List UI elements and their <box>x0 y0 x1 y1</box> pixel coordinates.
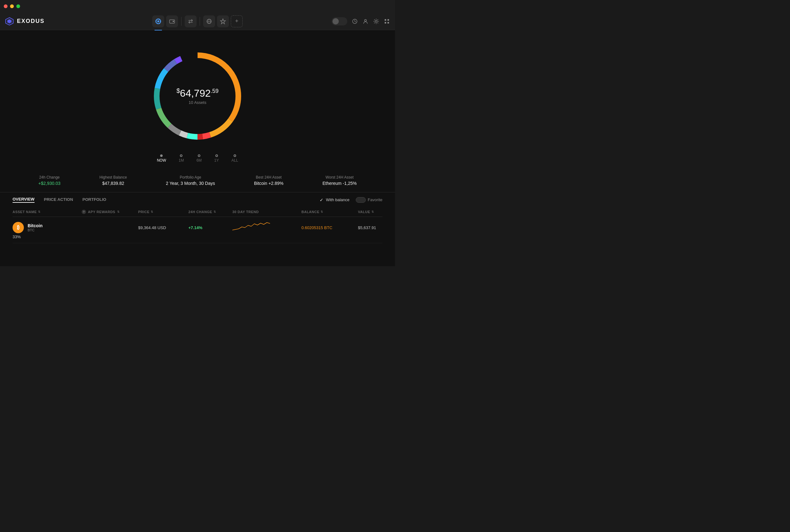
tab-portfolio[interactable]: PORTFOLIO <box>82 197 107 203</box>
th-30d-trend: 30 DAY TREND <box>232 210 301 214</box>
portfolio-value-center: $64,792.59 10 Assets <box>176 87 219 105</box>
stat-best-24h: Best 24H Asset Bitcoin +2.89% <box>254 175 284 186</box>
timeline: NOW 1M 6M 1Y ALL <box>132 154 263 163</box>
timeline-6m[interactable]: 6M <box>196 154 202 163</box>
lock-toggle[interactable] <box>332 17 347 25</box>
nav-exchange-button[interactable] <box>185 15 196 27</box>
help-icon: ? <box>82 210 86 214</box>
timeline-all[interactable]: ALL <box>231 154 238 163</box>
sort-icon-value: ⇅ <box>372 210 374 213</box>
portfolio-donut-chart: $64,792.59 10 Assets <box>144 43 251 149</box>
asset-name-cell: ₿ Bitcoin BTC <box>13 222 82 233</box>
svg-point-14 <box>375 20 377 22</box>
th-balance[interactable]: BALANCE ⇅ <box>301 210 358 214</box>
value-cell: $5,637.91 <box>358 225 395 230</box>
tabs-row: OVERVIEW PRICE ACTION PORTFOLIO ✓ With b… <box>0 192 395 207</box>
asset-table: ASSET NAME ⇅ ? APY REWARDS ⇅ PRICE ⇅ 24H… <box>0 207 395 243</box>
nav-portfolio-button[interactable] <box>152 15 164 27</box>
favorite-filter[interactable]: Favorite <box>356 197 382 203</box>
price-cell: $9,364.48 USD <box>138 225 188 230</box>
nav-center: + <box>152 15 243 27</box>
svg-rect-17 <box>384 22 386 23</box>
timeline-now[interactable]: NOW <box>157 154 166 163</box>
change-cell: +7.14% <box>188 225 232 230</box>
th-24h-change[interactable]: 24H CHANGE ⇅ <box>188 210 232 214</box>
app-name: EXODUS <box>17 18 44 24</box>
top-navigation: EXODUS <box>0 13 395 30</box>
svg-rect-7 <box>173 21 174 22</box>
timeline-1m[interactable]: 1M <box>178 154 184 163</box>
nav-divider-2 <box>200 17 200 26</box>
sort-icon-asset: ⇅ <box>38 210 41 213</box>
timeline-1y[interactable]: 1Y <box>214 154 219 163</box>
timeline-dot-now <box>160 154 163 157</box>
svg-point-13 <box>364 19 366 21</box>
titlebar <box>0 0 395 13</box>
timeline-dot-1y <box>215 154 218 157</box>
minimize-button[interactable] <box>10 4 14 8</box>
nav-right <box>332 17 390 25</box>
nav-browser-button[interactable] <box>203 15 215 27</box>
trend-cell <box>232 221 301 234</box>
favorite-toggle-box[interactable] <box>356 197 366 203</box>
sort-icon-balance: ⇅ <box>321 210 323 213</box>
with-balance-filter[interactable]: ✓ With balance <box>320 197 350 203</box>
timeline-dot-6m <box>198 154 200 157</box>
nav-divider <box>181 17 182 26</box>
close-button[interactable] <box>4 4 7 8</box>
portfolio-pct-cell: 33% <box>13 234 82 239</box>
svg-rect-15 <box>384 19 386 21</box>
stat-24h-change: 24h Change +$2,930.03 <box>38 175 60 186</box>
timeline-dot-all <box>233 154 236 157</box>
tab-price-action[interactable]: PRICE ACTION <box>44 197 73 203</box>
th-apy-rewards[interactable]: ? APY REWARDS ⇅ <box>82 210 138 214</box>
profile-button[interactable] <box>362 18 369 24</box>
th-price[interactable]: PRICE ⇅ <box>138 210 188 214</box>
exodus-logo-icon <box>5 17 14 26</box>
th-asset-name[interactable]: ASSET NAME ⇅ <box>13 210 82 214</box>
svg-rect-18 <box>388 22 389 23</box>
svg-point-4 <box>157 20 159 22</box>
svg-rect-16 <box>388 19 389 21</box>
portfolio-amount: $64,792.59 <box>176 87 219 99</box>
tabs-filters: ✓ With balance Favorite <box>320 197 382 203</box>
asset-info: Bitcoin BTC <box>27 223 42 232</box>
stat-portfolio-age: Portfolio Age 2 Year, 3 Month, 30 Days <box>166 175 215 186</box>
nav-add-button[interactable]: + <box>231 15 243 27</box>
settings-button[interactable] <box>373 18 379 24</box>
stat-highest-balance: Highest Balance $47,839.82 <box>99 175 127 186</box>
app-logo: EXODUS <box>5 17 44 26</box>
history-button[interactable] <box>352 18 358 24</box>
balance-cell: 0.60205315 BTC <box>301 225 358 230</box>
maximize-button[interactable] <box>16 4 20 8</box>
sort-icon-change: ⇅ <box>213 210 217 213</box>
bitcoin-icon: ₿ <box>13 222 24 233</box>
main-content: $64,792.59 10 Assets NOW 1M 6M 1Y <box>0 30 395 266</box>
svg-marker-11 <box>221 19 225 24</box>
trend-sparkline <box>232 221 270 233</box>
check-icon: ✓ <box>320 197 323 203</box>
lock-thumb <box>333 18 339 24</box>
portfolio-section: $64,792.59 10 Assets NOW 1M 6M 1Y <box>0 36 395 166</box>
nav-earn-button[interactable] <box>217 15 229 27</box>
nav-wallet-button[interactable] <box>166 15 178 27</box>
tab-overview[interactable]: OVERVIEW <box>13 197 35 203</box>
sort-icon-price: ⇅ <box>151 210 153 213</box>
apps-button[interactable] <box>384 18 390 24</box>
table-row[interactable]: ₿ Bitcoin BTC $9,364.48 USD +7.14% 0.602… <box>13 217 382 243</box>
table-header: ASSET NAME ⇅ ? APY REWARDS ⇅ PRICE ⇅ 24H… <box>13 207 382 217</box>
sort-icon-apy: ⇅ <box>117 210 120 213</box>
th-value[interactable]: VALUE ⇅ <box>358 210 395 214</box>
stat-worst-24h: Worst 24H Asset Ethereum -1,25% <box>322 175 357 186</box>
timeline-dot-1m <box>180 154 183 157</box>
stats-row: 24h Change +$2,930.03 Highest Balance $4… <box>0 169 395 192</box>
portfolio-assets-count: 10 Assets <box>176 100 219 105</box>
